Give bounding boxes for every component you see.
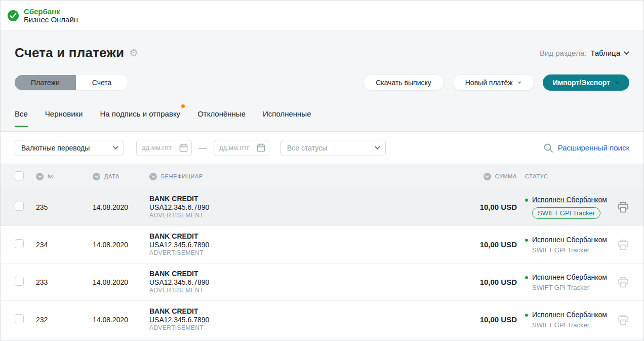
beneficiary-note: ADVERTISEMENT	[149, 324, 464, 332]
row-amount: 10,00 USD	[480, 278, 517, 286]
notification-dot	[181, 104, 185, 108]
status-text[interactable]: Исполнен Сбербанком	[532, 235, 607, 245]
download-statement-button[interactable]: Скачать выписку	[363, 74, 444, 91]
brand-product: Бизнес Онлайн	[24, 16, 78, 23]
row-checkbox[interactable]	[15, 239, 24, 248]
beneficiary-account: USA12.345.6.7890	[149, 203, 464, 211]
status-dot	[525, 239, 528, 242]
chevron-down-icon	[113, 146, 118, 149]
print-icon[interactable]	[617, 239, 629, 250]
column-filter-icon[interactable]	[93, 173, 100, 180]
row-amount: 10,00 USD	[480, 315, 517, 324]
chevron-down-icon	[615, 82, 619, 84]
table-row[interactable]: 234 14.08.2020 BANK CREDIT USA12.345.6.7…	[1, 226, 643, 263]
table-row[interactable]: 232 14.08.2020 BANK CREDIT USA12.345.6.7…	[1, 301, 643, 338]
date-to-field	[214, 140, 269, 156]
status-text[interactable]: Исполнен Сбербанком	[532, 195, 607, 205]
row-checkbox[interactable]	[15, 202, 24, 211]
row-date: 14.08.2020	[93, 241, 149, 249]
row-num: 235	[36, 203, 93, 211]
top-bar: Сбербанк Бизнес Онлайн	[1, 1, 643, 31]
print-icon[interactable]	[617, 277, 629, 288]
status-dot	[525, 276, 528, 279]
beneficiary-name: BANK CREDIT	[149, 195, 464, 203]
beneficiary-name: BANK CREDIT	[149, 270, 464, 278]
beneficiary-name: BANK CREDIT	[149, 232, 464, 241]
view-mode-label: Вид раздела:	[540, 49, 586, 57]
column-filter-icon[interactable]	[149, 173, 157, 180]
tab-payments[interactable]: Платежи	[15, 75, 76, 90]
beneficiary-account: USA12.345.6.7890	[149, 316, 464, 324]
gpi-tracker-badge[interactable]: SWIFT GPI Tracker	[532, 207, 600, 219]
status-filter-select[interactable]: Все статусы	[280, 140, 386, 156]
import-export-label: Импорт/Экспорт	[553, 79, 610, 87]
page-header-section: Счета и платежи ⚙ Вид раздела: Таблица П…	[1, 31, 643, 132]
row-num: 232	[36, 316, 93, 324]
subtab-rejected[interactable]: Отклонённые	[197, 109, 246, 127]
status-text[interactable]: Исполнен Сбербанком	[532, 310, 607, 320]
search-icon[interactable]	[543, 143, 553, 153]
chevron-down-icon	[517, 82, 521, 84]
view-mode-value: Таблица	[590, 49, 620, 57]
beneficiary-account: USA12.345.6.7890	[149, 241, 464, 249]
gpi-tracker-text: SWIFT GPI Tracker	[532, 284, 607, 291]
status-text[interactable]: Исполнен Сбербанком	[532, 273, 607, 282]
calendar-icon[interactable]	[257, 143, 265, 152]
row-checkbox[interactable]	[15, 314, 24, 323]
column-filter-icon[interactable]	[36, 173, 44, 180]
subtab-executed[interactable]: Исполненные	[263, 109, 311, 127]
print-icon[interactable]	[617, 314, 629, 325]
row-num: 234	[36, 241, 93, 249]
beneficiary-account: USA12.345.6.7890	[149, 278, 464, 286]
select-all-checkbox[interactable]	[15, 171, 24, 180]
payments-accounts-toggle: Платежи Счета	[15, 75, 128, 90]
row-amount: 10,00 USD	[480, 240, 517, 249]
table-row[interactable]: 233 14.08.2020 BANK CREDIT USA12.345.6.7…	[1, 263, 643, 301]
brand-block: Сбербанк Бизнес Онлайн	[24, 8, 78, 23]
beneficiary-note: ADVERTISEMENT	[149, 212, 464, 219]
new-payment-button[interactable]: Новый платёж	[453, 74, 534, 91]
subtab-to-sign-label: На подпись и отправку	[100, 109, 180, 118]
subtab-all[interactable]: Все	[15, 109, 28, 127]
brand-name: Сбербанк	[24, 8, 78, 15]
row-checkbox[interactable]	[15, 277, 24, 286]
status-filter-value: Все статусы	[287, 144, 327, 152]
table-row[interactable]: 235 14.08.2020 BANK CREDIT USA12.345.6.7…	[1, 188, 643, 226]
beneficiary-note: ADVERTISEMENT	[149, 249, 464, 257]
page-title: Счета и платежи	[15, 45, 124, 61]
import-export-button[interactable]: Импорт/Экспорт	[543, 74, 629, 91]
new-payment-label: Новый платёж	[465, 79, 513, 87]
status-dot	[525, 314, 528, 317]
date-to-input[interactable]	[219, 144, 255, 151]
subtab-drafts[interactable]: Черновики	[45, 109, 83, 127]
subtab-to-sign[interactable]: На подпись и отправку	[100, 109, 180, 127]
filter-bar: Валютные переводы — Все статусы Расширен…	[1, 132, 643, 164]
beneficiary-note: ADVERTISEMENT	[149, 287, 464, 294]
date-from-input[interactable]	[142, 144, 177, 151]
col-header-num: №	[48, 173, 54, 179]
col-header-beneficiary: БЕНЕФИЦИАР	[161, 173, 203, 179]
app-window: Сбербанк Бизнес Онлайн Счета и платежи ⚙…	[0, 0, 644, 341]
gpi-tracker-text: SWIFT GPI Tracker	[532, 321, 607, 329]
col-header-amount: СУММА	[495, 173, 517, 179]
column-filter-icon[interactable]	[484, 173, 491, 180]
calendar-icon[interactable]	[179, 143, 188, 152]
row-amount: 10,00 USD	[480, 203, 517, 211]
status-dot	[525, 199, 528, 202]
date-range-dash: —	[199, 143, 207, 152]
col-header-date: ДАТА	[104, 173, 119, 179]
status-subtabs: Все Черновики На подпись и отправку Откл…	[1, 91, 643, 127]
print-icon[interactable]	[617, 202, 629, 213]
settings-gear-icon[interactable]: ⚙	[129, 48, 138, 58]
tab-accounts[interactable]: Счета	[76, 75, 128, 90]
payment-type-select[interactable]: Валютные переводы	[15, 140, 124, 156]
beneficiary-name: BANK CREDIT	[149, 307, 464, 316]
view-mode-select[interactable]: Таблица	[590, 49, 629, 57]
advanced-search-link[interactable]: Расширенный поиск	[558, 143, 629, 152]
chevron-down-icon	[375, 146, 380, 149]
row-date: 14.08.2020	[93, 203, 149, 211]
sberbank-logo-icon	[7, 9, 20, 22]
chevron-down-icon	[624, 51, 629, 55]
row-date: 14.08.2020	[93, 316, 149, 324]
row-date: 14.08.2020	[93, 278, 149, 286]
